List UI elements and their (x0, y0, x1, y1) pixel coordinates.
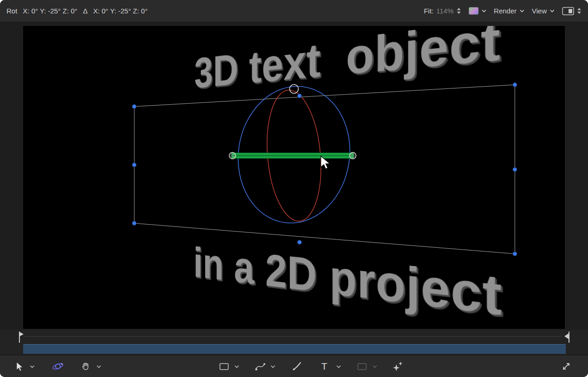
paint-tool-icon (292, 361, 303, 372)
bottom-toolbar: T (0, 355, 588, 377)
chevron-down-icon (96, 365, 101, 368)
shape-tool-button[interactable] (219, 355, 230, 377)
fit-value[interactable]: 114% (436, 7, 453, 15)
selection-overlay (23, 26, 565, 329)
view-button[interactable]: View (532, 7, 555, 15)
select-tool-menu-chevron[interactable] (30, 355, 35, 377)
handle-mid-bottom[interactable] (298, 240, 302, 245)
color-swatch-button[interactable] (469, 7, 487, 15)
rotation-handle-top-ring[interactable] (290, 85, 299, 94)
paint-stroke-tool-button[interactable] (292, 355, 303, 377)
handle-corner-tr[interactable] (513, 83, 517, 87)
bezier-tool-icon (255, 361, 266, 372)
shape-tool-menu-chevron[interactable] (234, 355, 239, 377)
chevron-down-icon (372, 365, 377, 368)
image-mask-tool-button-disabled (357, 355, 368, 377)
view-label: View (532, 7, 547, 15)
rot-label: Rot (6, 7, 17, 15)
orbit-3d-transform-tool-button[interactable] (52, 355, 64, 377)
mini-timeline: 3D text object (0, 330, 588, 355)
chevron-down-icon (234, 365, 239, 368)
orbit-tool-icon (52, 360, 64, 372)
select-tool-icon (14, 361, 24, 371)
select-tool-button[interactable] (14, 355, 24, 377)
timeline-layer-bar[interactable]: 3D text object (23, 344, 566, 354)
handle-corner-bl[interactable] (132, 221, 137, 226)
canvas-viewport: 3D text object in a 2D project (0, 22, 588, 330)
top-toolbar-controls: Fit: 114% Render View (424, 7, 582, 15)
bezier-tool-button[interactable] (255, 355, 266, 377)
motion-canvas-window: Rot X: 0° Y: -25° Z: 0° Δ X: 0° Y: -25° … (0, 0, 588, 377)
handle-corner-tl[interactable] (132, 105, 137, 109)
text-tool-icon: T (321, 361, 327, 372)
fit-control[interactable]: Fit: 114% (424, 7, 461, 15)
rotation-status: Rot X: 0° Y: -25° Z: 0° Δ X: 0° Y: -25° … (6, 7, 148, 15)
hand-tool-icon (81, 361, 91, 371)
layout-button[interactable] (562, 7, 582, 15)
image-mask-tool-menu-chevron-disabled (372, 355, 377, 377)
handle-mid-right[interactable] (513, 168, 517, 172)
particles-tool-button[interactable] (392, 355, 404, 377)
canvas[interactable]: 3D text object in a 2D project (23, 26, 565, 329)
in-point-marker[interactable] (17, 331, 26, 345)
out-point-marker[interactable] (562, 331, 571, 345)
hand-tool-button[interactable] (81, 355, 91, 377)
render-label: Render (494, 7, 517, 15)
layout-icon (562, 7, 574, 15)
color-swatch (469, 7, 479, 15)
particles-tool-icon (392, 361, 404, 372)
bezier-tool-menu-chevron[interactable] (270, 355, 275, 377)
fit-label: Fit: (424, 7, 433, 15)
timeline-ruler-line (24, 336, 561, 337)
image-tool-icon (357, 361, 368, 371)
expand-icon (561, 361, 571, 371)
render-button[interactable]: Render (494, 7, 525, 15)
rect-tool-icon (219, 361, 230, 371)
delta-values: X: 0° Y: -25° Z: 0° (93, 7, 148, 15)
text-tool-menu-chevron[interactable] (336, 355, 341, 377)
chevron-down-icon (336, 365, 341, 368)
handle-mid-top[interactable] (298, 94, 302, 98)
handle-mid-left[interactable] (132, 163, 137, 167)
selection-bounding-box[interactable] (134, 85, 515, 254)
chevron-down-icon (482, 9, 487, 13)
rotation-handle-green-bar[interactable] (229, 152, 356, 159)
expand-canvas-button[interactable] (561, 355, 571, 377)
hand-tool-menu-chevron[interactable] (96, 355, 101, 377)
handle-corner-br[interactable] (513, 252, 517, 256)
delta-symbol: Δ (83, 7, 88, 15)
chevron-down-icon (519, 9, 525, 13)
layout-stepper-icon (577, 7, 582, 14)
chevron-down-icon (30, 365, 35, 368)
fit-stepper-icon[interactable] (457, 7, 461, 14)
top-toolbar: Rot X: 0° Y: -25° Z: 0° Δ X: 0° Y: -25° … (0, 0, 588, 22)
chevron-down-icon (550, 9, 555, 13)
text-tool-button[interactable]: T (321, 355, 327, 377)
chevron-down-icon (270, 365, 275, 368)
rot-values: X: 0° Y: -25° Z: 0° (23, 7, 77, 15)
